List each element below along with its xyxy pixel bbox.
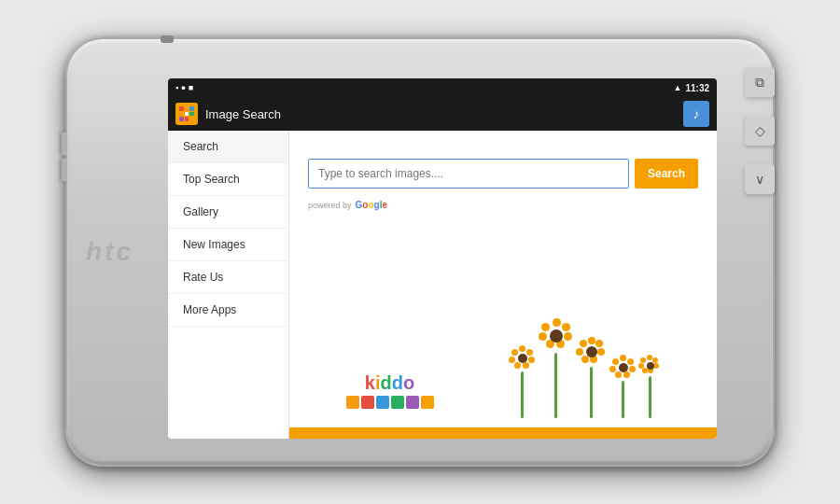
camera (161, 35, 174, 43)
back-button[interactable]: ∨ (745, 164, 775, 194)
puzzle-piece (376, 396, 389, 409)
status-right-icons: ▲ 11:32 (674, 83, 710, 93)
petal (526, 349, 533, 356)
petal (620, 355, 626, 361)
puzzle-piece (346, 396, 359, 409)
phone-wrapper: htc ▪ ● ■ ▲ 11:32 (65, 37, 775, 467)
side-buttons (62, 133, 67, 181)
sidebar-item-top-search[interactable]: Top Search (168, 163, 288, 196)
status-icon-1: ▪ ● ■ (175, 83, 193, 92)
flower-center (647, 362, 654, 370)
status-bar: ▪ ● ■ ▲ 11:32 (168, 78, 717, 97)
petal (642, 368, 648, 373)
petal (581, 356, 589, 363)
flower-center (518, 354, 527, 363)
petal (564, 332, 572, 341)
petal (615, 371, 622, 378)
flower-head (510, 345, 536, 371)
sidebar-item-more-apps[interactable]: More Apps (168, 294, 288, 327)
kiddo-text: kiddo (365, 372, 414, 394)
bottom-bar (289, 427, 717, 439)
flower-head (640, 356, 661, 376)
flower-stem (554, 353, 557, 418)
petal (627, 358, 634, 365)
petal (523, 362, 529, 369)
icon-dot (189, 106, 194, 111)
time-display: 11:32 (685, 83, 709, 93)
app-icon (175, 103, 198, 125)
right-side-buttons: ⧉ ◇ ∨ (745, 67, 775, 194)
sidebar-item-new-images[interactable]: New Images (168, 229, 288, 261)
volume-down-button[interactable] (62, 159, 67, 181)
sunflower-1 (510, 345, 536, 418)
puzzle-piece (361, 396, 374, 409)
google-logo: Google (356, 200, 387, 210)
petal (638, 363, 644, 369)
flower-stem (590, 367, 593, 418)
sidebar-item-rate-us[interactable]: Rate Us (168, 261, 288, 294)
signal-icon: ▲ (674, 83, 682, 92)
petal (597, 348, 605, 356)
search-button[interactable]: Search (635, 159, 698, 189)
sidebar-item-gallery[interactable]: Gallery (168, 196, 288, 229)
music-icon[interactable]: ♪ (683, 101, 709, 127)
petal (553, 318, 561, 327)
home-button[interactable]: ◇ (745, 116, 775, 146)
petal (609, 366, 616, 372)
sunflowers (510, 319, 661, 418)
flower-stem (649, 376, 651, 418)
flower-center (619, 363, 628, 372)
icon-dot (189, 112, 194, 117)
app-header: Image Search ♪ (168, 97, 717, 131)
icon-dot (185, 112, 189, 117)
decorative-area: kiddo (289, 212, 717, 427)
main-content: Search Top Search Gallery New Images Rat… (168, 131, 717, 439)
sidebar: Search Top Search Gallery New Images Rat… (168, 131, 289, 439)
volume-up-button[interactable] (62, 133, 67, 155)
petal (541, 323, 550, 331)
kiddo-logo: kiddo (346, 372, 434, 409)
status-left-icons: ▪ ● ■ (175, 83, 193, 92)
content-area: Search powered by Google (289, 131, 717, 439)
sidebar-item-search[interactable]: Search (168, 131, 288, 163)
flower-head (539, 319, 573, 353)
sunflower-2 (539, 319, 573, 418)
petal (629, 366, 636, 372)
icon-dot (179, 117, 184, 121)
flower-center (586, 346, 597, 357)
petal (612, 358, 619, 365)
petal (580, 340, 587, 347)
petal (509, 357, 515, 363)
petal (519, 345, 525, 352)
icon-dot (179, 112, 184, 117)
flower-stem (521, 371, 524, 418)
sunflower-3 (577, 337, 607, 418)
sunflower-4 (610, 355, 637, 418)
search-section: Search (289, 131, 717, 198)
flower-center (550, 329, 563, 343)
puzzle-piece (391, 396, 404, 409)
puzzle-piece (406, 396, 419, 409)
icon-dot (189, 117, 194, 121)
powered-by-text: powered by (308, 201, 352, 210)
app-icon-grid (179, 106, 194, 121)
icon-dot (185, 117, 189, 121)
powered-by: powered by Google (289, 198, 717, 212)
flower-stem (622, 381, 624, 418)
icon-dot (179, 106, 184, 111)
flower-head (577, 337, 607, 367)
sunflower-5 (640, 356, 661, 418)
phone-screen: ▪ ● ■ ▲ 11:32 (168, 78, 717, 439)
petal (539, 332, 547, 341)
petal (514, 362, 521, 369)
petal (576, 348, 583, 356)
petal (647, 355, 652, 360)
petal (588, 337, 595, 344)
petal (623, 371, 630, 378)
puzzle-piece (421, 396, 434, 409)
app-title: Image Search (205, 107, 676, 121)
search-input[interactable] (308, 159, 629, 189)
copy-button[interactable]: ⧉ (745, 67, 775, 97)
petal (528, 357, 535, 363)
petal (562, 323, 570, 331)
